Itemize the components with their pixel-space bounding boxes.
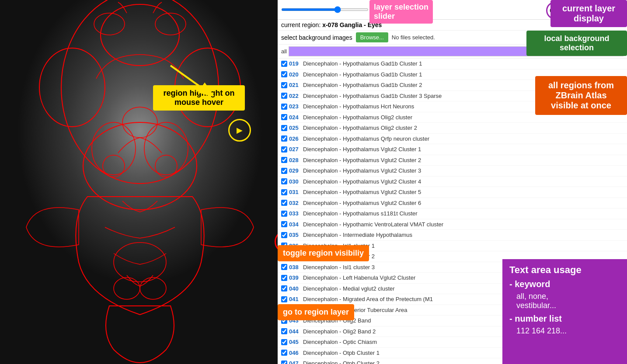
- svg-point-6: [144, 122, 188, 175]
- region-number: 040: [289, 284, 301, 293]
- svg-point-10: [114, 243, 166, 282]
- region-checkbox[interactable]: [281, 339, 287, 345]
- region-number: 025: [289, 124, 301, 132]
- region-checkbox[interactable]: [281, 114, 287, 120]
- region-highlight-annotation: region highlight on mouse hover: [153, 85, 245, 111]
- region-name: Diencephalon - Migrated Area of the Pret…: [303, 295, 433, 304]
- region-checkbox[interactable]: [281, 125, 287, 131]
- region-number: 028: [289, 156, 301, 165]
- region-checkbox[interactable]: [281, 264, 287, 270]
- region-item[interactable]: 027Diencephalon - Hypothalamus Vglut2 Cl…: [278, 144, 627, 155]
- region-checkbox[interactable]: [281, 232, 287, 238]
- region-list[interactable]: all regions from ZBrain Atlas visible at…: [278, 59, 627, 364]
- region-name: Diencephalon - Left Habenula Vglut2 Clus…: [303, 274, 415, 282]
- region-number: 021: [289, 81, 301, 90]
- toggle-annotation: toggle region visibiliy: [278, 245, 369, 261]
- region-name: Diencephalon - Hypothalamus Gad1b Cluste…: [303, 59, 422, 68]
- region-checkbox[interactable]: [281, 93, 287, 99]
- right-panel: layer selection slider 066 current layer…: [278, 0, 627, 364]
- region-checkbox[interactable]: [281, 350, 287, 356]
- region-number: 045: [289, 338, 301, 347]
- region-name: Diencephalon - Hypothalamus Vglut2 Clust…: [303, 199, 421, 208]
- text-area-keyword-examples: all, none, vestibular...: [516, 292, 620, 310]
- region-name: Diencephalon - Intermediate Hypothalamus: [303, 231, 412, 239]
- region-checkbox[interactable]: [281, 328, 287, 334]
- region-checkbox[interactable]: [281, 189, 287, 195]
- region-number: 029: [289, 166, 301, 175]
- region-checkbox[interactable]: [281, 361, 287, 364]
- current-layer-display-annotation: current layer display: [550, 0, 627, 27]
- region-item[interactable]: 033Diencephalon - Hypothalamus s1181t Cl…: [278, 208, 627, 219]
- region-checkbox[interactable]: [281, 285, 287, 291]
- region-number: 031: [289, 188, 301, 197]
- svg-point-14: [155, 13, 186, 35]
- region-checkbox[interactable]: [281, 200, 287, 206]
- region-checkbox[interactable]: [281, 275, 287, 281]
- region-name: Diencephalon - Hypothalamus Vglut2 Clust…: [303, 156, 421, 165]
- region-checkbox[interactable]: [281, 135, 287, 142]
- region-name: Diencephalon - Otpb Cluster 1: [303, 349, 380, 357]
- region-name: Diencephalon - Hypothalamus Hcrt Neurons: [303, 102, 414, 111]
- region-number: 032: [289, 199, 301, 208]
- region-number: 044: [289, 327, 301, 336]
- region-item[interactable]: 029Diencephalon - Hypothalamus Vglut2 Cl…: [278, 166, 627, 177]
- region-item[interactable]: 019Diencephalon - Hypothalamus Gad1b Clu…: [278, 59, 627, 69]
- layer-selection-annotation: layer selection slider: [369, 0, 433, 24]
- region-number: 030: [289, 177, 301, 186]
- region-checkbox[interactable]: [281, 61, 287, 67]
- region-name: Diencephalon - Olig2 Band 2: [303, 327, 376, 336]
- top-bar: layer selection slider 066 current layer…: [278, 0, 627, 20]
- region-checkbox[interactable]: [281, 104, 287, 110]
- region-checkbox[interactable]: [281, 82, 287, 88]
- region-name: Diencephalon - Hypothalamus Olig2 cluste…: [303, 113, 412, 122]
- layer-selection-slider[interactable]: [281, 8, 369, 11]
- region-name: Diencephalon - Hypothalamus Vglut2 Clust…: [303, 166, 421, 175]
- region-checkbox[interactable]: [281, 178, 287, 184]
- region-item[interactable]: 031Diencephalon - Hypothalamus Vglut2 Cl…: [278, 187, 627, 198]
- region-number: 038: [289, 263, 301, 272]
- region-item[interactable]: 035Diencephalon - Intermediate Hypothala…: [278, 230, 627, 241]
- all-regions-annotation: all regions from ZBrain Atlas visible at…: [535, 76, 627, 115]
- text-area-number-examples: 112 164 218...: [516, 326, 620, 336]
- region-checkbox[interactable]: [281, 211, 287, 217]
- region-name: Diencephalon - Hypothalamus Gad1b Cluste…: [303, 92, 442, 101]
- brain-image: region highlight on mouse hover ▶: [0, 0, 278, 364]
- region-item[interactable]: 034Diencephalon - Hypothamic VentroLater…: [278, 219, 627, 230]
- region-item[interactable]: 032Diencephalon - Hypothalamus Vglut2 Cl…: [278, 198, 627, 209]
- region-number: 041: [289, 295, 301, 304]
- region-name: Diencephalon - Hypothalamus Vglut2 Clust…: [303, 177, 421, 186]
- region-checkbox[interactable]: [281, 146, 287, 153]
- region-number: 019: [289, 59, 301, 68]
- search-label: all: [281, 48, 287, 55]
- region-number: 039: [289, 274, 301, 282]
- svg-point-5: [92, 122, 136, 175]
- browse-button[interactable]: Browse...: [356, 32, 388, 42]
- brain-outline-svg: [0, 0, 278, 364]
- region-item[interactable]: 030Diencephalon - Hypothalamus Vglut2 Cl…: [278, 177, 627, 187]
- region-checkbox[interactable]: [281, 221, 287, 227]
- region-checkbox[interactable]: [281, 168, 287, 174]
- text-area-annotation: Text area usage - keyword all, none, ves…: [502, 259, 627, 364]
- svg-point-13: [94, 13, 125, 35]
- region-checkbox[interactable]: [281, 296, 287, 302]
- svg-point-11: [114, 277, 140, 299]
- region-item[interactable]: 028Diencephalon - Hypothalamus Vglut2 Cl…: [278, 155, 627, 166]
- svg-point-2: [39, 48, 105, 127]
- region-number: 023: [289, 102, 301, 111]
- brain-panel: region highlight on mouse hover ▶: [0, 0, 278, 364]
- region-name: Diencephalon - Hypothamic VentroLateral …: [303, 220, 443, 229]
- region-number: 035: [289, 231, 301, 239]
- svg-point-8: [103, 155, 125, 177]
- goto-annotation: go to region layer: [278, 304, 354, 320]
- region-number: 022: [289, 92, 301, 101]
- svg-point-12: [140, 277, 166, 299]
- region-item[interactable]: 025Diencephalon - Hypothalamus Olig2 clu…: [278, 123, 627, 134]
- region-item[interactable]: 026Diencephalon - Hypothalamus Qrfp neur…: [278, 134, 627, 145]
- region-checkbox[interactable]: [281, 157, 287, 163]
- region-number: 033: [289, 209, 301, 218]
- region-checkbox[interactable]: [281, 71, 287, 77]
- region-name: Diencephalon - Hypothalamus Gad1b Cluste…: [303, 81, 422, 90]
- region-name: Diencephalon - Hypothalamus Qrfp neuron …: [303, 135, 429, 143]
- local-background-annotation: local background selection: [526, 31, 627, 56]
- region-number: 034: [289, 220, 301, 229]
